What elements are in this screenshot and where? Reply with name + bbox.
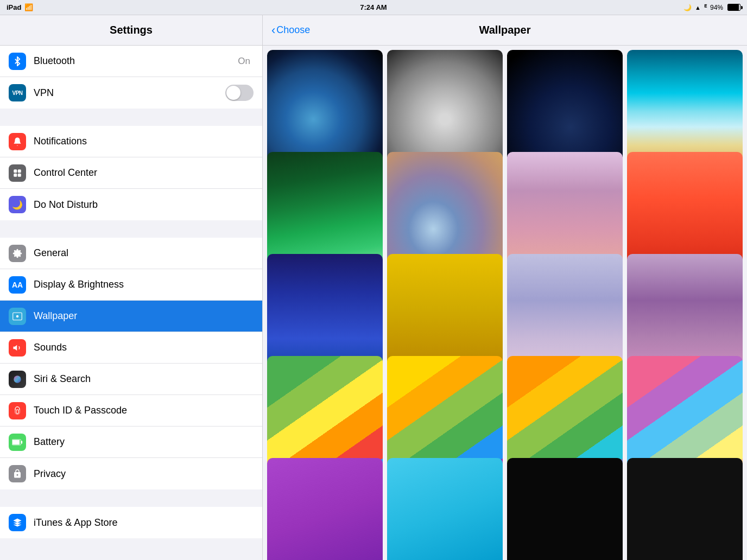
sidebar-item-do-not-disturb[interactable]: 🌙 Do Not Disturb	[0, 189, 262, 220]
sidebar-item-vpn[interactable]: VPN VPN	[0, 77, 262, 109]
wallpaper-item-purple[interactable]	[267, 458, 383, 560]
siri-icon	[9, 371, 26, 388]
sidebar-item-notifications[interactable]: Notifications	[0, 126, 262, 157]
svg-rect-1	[18, 169, 21, 173]
general-icon	[9, 245, 26, 262]
back-chevron-icon: ‹	[271, 24, 275, 36]
status-time: 7:24 AM	[360, 3, 387, 11]
wallpaper-label: Wallpaper	[34, 310, 254, 322]
bluetooth-icon	[9, 53, 26, 70]
system-section: Notifications Control Center 🌙 Do Not Di…	[0, 126, 262, 220]
vpn-label: VPN	[34, 87, 225, 99]
do-not-disturb-icon: 🌙	[9, 196, 26, 213]
divider-3	[0, 489, 262, 507]
sidebar-item-appstore[interactable]: iTunes & App Store	[0, 507, 262, 538]
appstore-icon	[9, 514, 26, 531]
touchid-icon	[9, 402, 26, 419]
battery-icon	[727, 4, 740, 11]
svg-rect-2	[14, 173, 17, 176]
main-layout: Settings Bluetooth On VPN VPN	[0, 15, 747, 560]
svg-rect-10	[21, 441, 23, 443]
back-button[interactable]: ‹ Choose	[271, 24, 310, 36]
display-label: Display & Brightness	[34, 279, 254, 290]
sidebar-item-touchid[interactable]: Touch ID & Passcode	[0, 395, 262, 427]
sidebar-list: Bluetooth On VPN VPN Notifications	[0, 46, 262, 560]
location-icon: ▲	[695, 4, 701, 11]
wifi-icon: 📶	[24, 3, 33, 11]
appstore-label: iTunes & App Store	[34, 517, 254, 529]
status-left: iPad 📶	[7, 3, 33, 11]
sounds-label: Sounds	[34, 342, 254, 353]
sounds-icon	[9, 339, 26, 357]
sidebar-item-general[interactable]: General	[0, 238, 262, 269]
status-bar: iPad 📶 7:24 AM 🌙 ▲ ᴱ 94%	[0, 0, 747, 15]
wallpaper-icon	[9, 308, 26, 325]
privacy-icon	[9, 465, 26, 482]
wallpaper-content: ‹ Choose Wallpaper	[263, 15, 747, 560]
status-right: 🌙 ▲ ᴱ 94%	[683, 3, 740, 11]
sidebar-item-display[interactable]: AA Display & Brightness	[0, 269, 262, 301]
store-section: iTunes & App Store	[0, 507, 262, 538]
sidebar-title: Settings	[110, 24, 153, 36]
notifications-icon	[9, 133, 26, 150]
wallpaper-item-cyan[interactable]	[387, 458, 503, 560]
battery-settings-icon	[9, 434, 26, 451]
do-not-disturb-label: Do Not Disturb	[34, 199, 254, 211]
control-center-label: Control Center	[34, 167, 254, 179]
vpn-icon: VPN	[9, 84, 26, 101]
privacy-label: Privacy	[34, 468, 254, 480]
battery-percentage: 94%	[710, 4, 723, 11]
personalization-section: General AA Display & Brightness Wallpape…	[0, 238, 262, 489]
sidebar-item-battery[interactable]: Battery	[0, 427, 262, 458]
control-center-icon	[9, 164, 26, 182]
sidebar-item-privacy[interactable]: Privacy	[0, 458, 262, 489]
siri-label: Siri & Search	[34, 373, 254, 385]
svg-rect-0	[14, 169, 17, 173]
divider-1	[0, 109, 262, 126]
svg-point-7	[14, 376, 21, 383]
moon-icon: 🌙	[683, 4, 692, 11]
svg-rect-3	[18, 173, 21, 176]
wallpaper-item-black2[interactable]	[627, 458, 743, 560]
bluetooth-value: On	[238, 56, 250, 67]
back-label: Choose	[276, 24, 310, 36]
general-label: General	[34, 247, 254, 259]
notifications-label: Notifications	[34, 136, 254, 147]
divider-2	[0, 220, 262, 238]
content-header: ‹ Choose Wallpaper	[263, 15, 747, 46]
sidebar-item-wallpaper[interactable]: Wallpaper	[0, 301, 262, 332]
wallpaper-grid	[263, 46, 747, 560]
svg-point-5	[16, 315, 19, 317]
display-icon: AA	[9, 276, 26, 294]
content-title: Wallpaper	[479, 24, 531, 36]
vpn-toggle[interactable]	[225, 85, 254, 101]
svg-rect-9	[12, 440, 20, 444]
sidebar-item-control-center[interactable]: Control Center	[0, 157, 262, 189]
sidebar: Settings Bluetooth On VPN VPN	[0, 15, 263, 560]
sidebar-item-bluetooth[interactable]: Bluetooth On	[0, 46, 262, 77]
bluetooth-label: Bluetooth	[34, 55, 238, 67]
sidebar-item-siri[interactable]: Siri & Search	[0, 364, 262, 395]
wallpaper-item-black1[interactable]	[507, 458, 623, 560]
bluetooth-icon: ᴱ	[704, 3, 707, 11]
sidebar-header: Settings	[0, 15, 262, 46]
touchid-label: Touch ID & Passcode	[34, 405, 254, 416]
sidebar-item-sounds[interactable]: Sounds	[0, 332, 262, 364]
connectivity-section: Bluetooth On VPN VPN	[0, 46, 262, 109]
svg-marker-6	[14, 345, 17, 351]
device-name: iPad	[7, 3, 21, 11]
battery-label: Battery	[34, 436, 254, 448]
